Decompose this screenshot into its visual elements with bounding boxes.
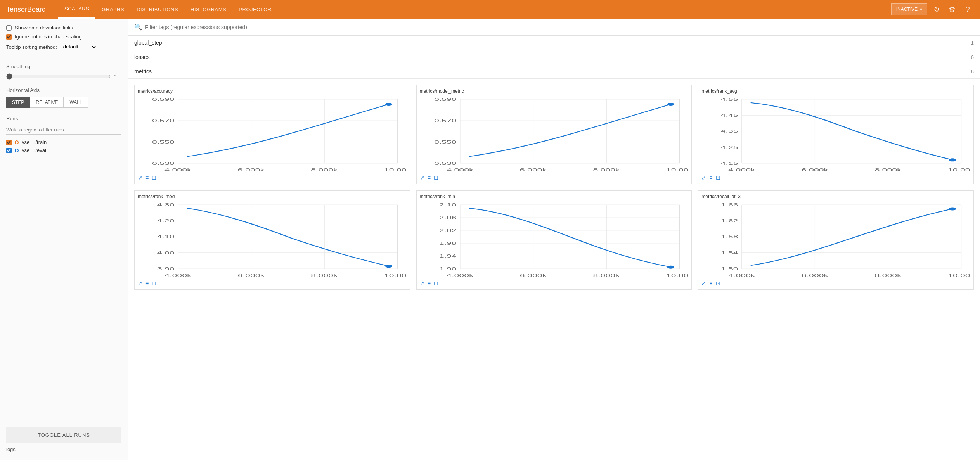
axis-buttons: STEP RELATIVE WALL (6, 97, 121, 108)
data-icon[interactable]: ≡ (709, 280, 712, 286)
svg-text:3.90: 3.90 (157, 267, 175, 271)
show-download-checkbox[interactable] (6, 25, 12, 31)
svg-text:4.55: 4.55 (721, 97, 738, 102)
nav-item-scalars[interactable]: SCALARS (58, 0, 95, 19)
svg-text:10.00k: 10.00k (666, 168, 689, 172)
fullscreen-icon[interactable]: ⊡ (434, 175, 438, 181)
chart-area: 2.102.062.021.981.941.90 4.000k6.000k8.0… (420, 201, 689, 278)
runs-filter-input[interactable] (6, 125, 121, 135)
run-train-dot (15, 140, 19, 144)
main-layout: Show data download links Ignore outliers… (0, 19, 980, 460)
run-eval-checkbox[interactable] (6, 148, 12, 153)
axis-title: Horizontal Axis (6, 87, 121, 93)
svg-text:10.00k: 10.00k (666, 273, 689, 278)
svg-text:0.550: 0.550 (434, 140, 457, 144)
svg-text:6.000k: 6.000k (238, 168, 265, 172)
axis-relative-button[interactable]: RELATIVE (30, 97, 64, 108)
chevron-down-icon: ▾ (920, 7, 922, 12)
filter-input[interactable] (145, 24, 974, 30)
tag-count: 1 (971, 40, 974, 46)
fullscreen-icon[interactable]: ⊡ (152, 280, 156, 286)
data-icon[interactable]: ≡ (709, 175, 712, 181)
nav-item-projector[interactable]: PROJECTOR (232, 0, 277, 19)
svg-text:4.10: 4.10 (157, 235, 175, 239)
charts-grid: metrics/accuracy 0.5900.5700.5500.530 4.… (128, 79, 980, 296)
expand-icon[interactable]: ⤢ (420, 175, 424, 181)
axis-wall-button[interactable]: WALL (64, 97, 88, 108)
data-icon[interactable]: ≡ (428, 175, 431, 181)
svg-text:1.94: 1.94 (439, 254, 456, 258)
settings-icon[interactable]: ⚙ (946, 3, 958, 16)
nav-item-histograms[interactable]: HISTOGRAMS (184, 0, 232, 19)
svg-text:2.06: 2.06 (439, 216, 456, 220)
svg-text:1.54: 1.54 (721, 251, 738, 255)
status-dropdown[interactable]: INACTIVE ▾ (891, 3, 927, 15)
refresh-icon[interactable]: ↻ (930, 3, 943, 16)
axis-section: Horizontal Axis STEP RELATIVE WALL (6, 87, 121, 108)
run-eval-label[interactable]: vse++/eval (22, 147, 46, 153)
data-icon[interactable]: ≡ (145, 175, 149, 181)
filter-bar: 🔍 (128, 19, 980, 36)
svg-text:0.530: 0.530 (152, 161, 175, 166)
help-icon[interactable]: ? (961, 3, 974, 16)
nav-item-distributions[interactable]: DISTRIBUTIONS (130, 0, 184, 19)
chart-title: metrics/rank_min (420, 194, 689, 199)
chart-title: metrics/rank_avg (701, 88, 970, 94)
svg-text:1.58: 1.58 (721, 235, 738, 239)
data-icon[interactable]: ≡ (145, 280, 149, 286)
axis-step-button[interactable]: STEP (6, 97, 30, 108)
status-label: INACTIVE (896, 7, 918, 12)
tag-name: metrics (134, 68, 152, 74)
content-area: 🔍 global_step1losses6metrics6 metrics/ac… (128, 19, 980, 460)
ignore-outliers-checkbox[interactable] (6, 34, 12, 40)
svg-text:6.000k: 6.000k (802, 273, 828, 278)
chart-title: metrics/accuracy (138, 88, 407, 94)
svg-text:8.000k: 8.000k (311, 168, 338, 172)
svg-text:4.000k: 4.000k (447, 168, 473, 172)
svg-text:4.45: 4.45 (721, 113, 738, 118)
tooltip-sort-select[interactable]: default ascending descending nearest (60, 43, 97, 51)
expand-icon[interactable]: ⤢ (138, 280, 142, 286)
svg-text:6.000k: 6.000k (238, 273, 265, 278)
smoothing-slider-row: 0 (6, 73, 121, 80)
toggle-all-runs-button[interactable]: TOGGLE ALL RUNS (6, 427, 121, 443)
fullscreen-icon[interactable]: ⊡ (716, 175, 720, 181)
svg-text:1.50: 1.50 (721, 267, 738, 271)
chart-title: metrics/rank_med (138, 194, 407, 199)
svg-point-16 (385, 103, 392, 106)
svg-text:0.590: 0.590 (152, 97, 175, 102)
data-icon[interactable]: ≡ (428, 280, 431, 286)
chart-card-3: metrics/rank_med 4.304.204.104.003.90 4.… (134, 190, 410, 290)
nav-item-graphs[interactable]: GRAPHS (95, 0, 130, 19)
svg-text:0.550: 0.550 (152, 140, 175, 144)
chart-title: metrics/model_metric (420, 88, 689, 94)
svg-text:6.000k: 6.000k (519, 168, 546, 172)
chart-area: 1.661.621.581.541.50 4.000k6.000k8.000k1… (701, 201, 970, 278)
svg-text:1.90: 1.90 (439, 267, 456, 271)
svg-text:4.25: 4.25 (721, 145, 738, 150)
run-train-label[interactable]: vse++/train (22, 139, 47, 145)
tag-headers-container: global_step1losses6metrics6 (128, 36, 980, 79)
tag-section-metrics[interactable]: metrics6 (128, 64, 980, 79)
svg-text:4.000k: 4.000k (164, 168, 191, 172)
sidebar: Show data download links Ignore outliers… (0, 19, 128, 460)
expand-icon[interactable]: ⤢ (701, 175, 706, 181)
expand-icon[interactable]: ⤢ (420, 280, 424, 286)
fullscreen-icon[interactable]: ⊡ (434, 280, 438, 286)
svg-text:4.30: 4.30 (157, 203, 175, 207)
expand-icon[interactable]: ⤢ (701, 280, 706, 286)
smoothing-slider[interactable] (6, 73, 111, 80)
svg-text:8.000k: 8.000k (593, 273, 620, 278)
fullscreen-icon[interactable]: ⊡ (716, 280, 720, 286)
fullscreen-icon[interactable]: ⊡ (152, 175, 156, 181)
run-train-checkbox[interactable] (6, 140, 12, 145)
tag-section-losses[interactable]: losses6 (128, 50, 980, 64)
chart-icons: ⤢ ≡ ⊡ (138, 278, 407, 286)
expand-icon[interactable]: ⤢ (138, 175, 142, 181)
tooltip-sort-label: Tooltip sorting method: (6, 44, 57, 50)
tag-section-global_step[interactable]: global_step1 (128, 36, 980, 50)
run-train: vse++/train (6, 139, 121, 145)
chart-card-5: metrics/recall_at_3 1.661.621.581.541.50… (698, 190, 974, 290)
chart-title: metrics/recall_at_3 (701, 194, 970, 199)
svg-text:8.000k: 8.000k (875, 168, 902, 172)
